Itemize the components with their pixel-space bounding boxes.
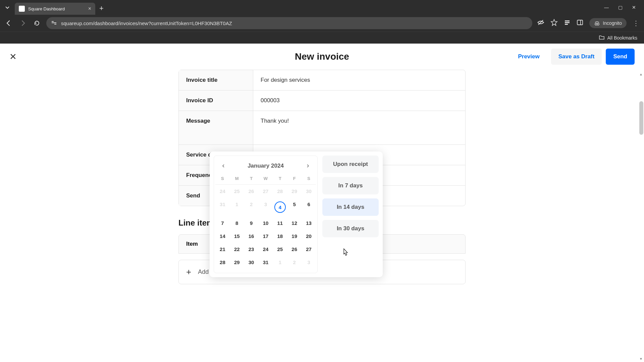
media-icon[interactable] — [564, 19, 571, 27]
calendar-day[interactable]: 7 — [215, 217, 230, 230]
bookmarks-bar: All Bookmarks — [0, 32, 644, 44]
calendar-day: 1 — [273, 256, 287, 269]
back-button[interactable] — [4, 18, 13, 28]
site-settings-icon[interactable] — [51, 20, 57, 27]
form-row: Invoice titleFor design services — [179, 70, 465, 90]
incognito-icon — [594, 20, 600, 26]
calendar-day[interactable]: 5 — [287, 198, 302, 217]
url-text: squareup.com/dashboard/invoices/new?curr… — [61, 20, 232, 26]
calendar-day[interactable]: 6 — [302, 198, 316, 217]
minimize-icon[interactable]: — — [604, 5, 609, 10]
svg-point-9 — [595, 23, 597, 25]
calendar-day[interactable]: 22 — [230, 243, 244, 256]
close-window-icon[interactable]: ✕ — [632, 5, 636, 10]
quick-date-option[interactable]: In 30 days — [322, 220, 379, 237]
calendar-dow: T — [273, 173, 287, 185]
url-input[interactable]: squareup.com/dashboard/invoices/new?curr… — [46, 17, 532, 29]
calendar-day[interactable]: 4 — [273, 198, 287, 217]
calendar-day: 29 — [287, 185, 302, 198]
field-value[interactable]: Thank you! — [253, 111, 465, 144]
calendar-day[interactable]: 25 — [273, 243, 287, 256]
preview-button[interactable]: Preview — [511, 49, 547, 65]
calendar-day[interactable]: 26 — [287, 243, 302, 256]
menu-icon[interactable]: ⋮ — [633, 19, 640, 27]
calendar-day[interactable]: 17 — [259, 230, 273, 243]
tab-close-icon[interactable]: × — [88, 6, 91, 12]
calendar-day[interactable]: 8 — [230, 217, 244, 230]
calendar-day[interactable]: 27 — [302, 243, 316, 256]
field-value[interactable]: 000003 — [253, 90, 465, 111]
calendar-day[interactable]: 19 — [287, 230, 302, 243]
calendar-day[interactable]: 24 — [259, 243, 273, 256]
calendar-day: 2 — [287, 256, 302, 269]
tab-search-icon[interactable] — [3, 3, 12, 12]
browser-tab[interactable]: Square Dashboard × — [15, 3, 95, 15]
calendar-day[interactable]: 15 — [230, 230, 244, 243]
calendar-day: 31 — [215, 198, 230, 217]
svg-rect-1 — [52, 22, 56, 23]
browser-chrome: Square Dashboard × + — ▢ ✕ squareup.com/… — [0, 0, 644, 44]
incognito-indicator[interactable]: Incognito — [589, 18, 627, 28]
forward-button — [18, 18, 28, 28]
calendar-day[interactable]: 14 — [215, 230, 230, 243]
calendar-day[interactable]: 12 — [287, 217, 302, 230]
calendar-day[interactable]: 28 — [215, 256, 230, 269]
quick-date-options: Upon receiptIn 7 daysIn 14 daysIn 30 day… — [318, 156, 379, 273]
calendar-dow: W — [259, 173, 273, 185]
calendar-day: 2 — [244, 198, 259, 217]
svg-rect-0 — [52, 21, 54, 22]
field-label: Invoice title — [179, 70, 253, 90]
bookmark-star-icon[interactable] — [550, 19, 558, 27]
quick-date-option[interactable]: Upon receipt — [322, 156, 379, 173]
date-picker-popover: January 2024 SMTWTFS 2425262728293031123… — [210, 152, 383, 277]
address-bar: squareup.com/dashboard/invoices/new?curr… — [0, 15, 644, 32]
calendar-day[interactable]: 9 — [244, 217, 259, 230]
next-month-button[interactable] — [304, 162, 312, 170]
svg-rect-5 — [565, 22, 570, 23]
scroll-up-icon[interactable]: ▲ — [639, 72, 643, 76]
quick-date-option[interactable]: In 7 days — [322, 177, 379, 194]
calendar-day[interactable]: 13 — [302, 217, 316, 230]
send-button[interactable]: Send — [606, 49, 635, 65]
sidepanel-icon[interactable] — [577, 19, 583, 27]
svg-point-10 — [597, 23, 599, 25]
calendar-day[interactable]: 11 — [273, 217, 287, 230]
quick-date-option[interactable]: In 14 days — [322, 198, 379, 216]
calendar-day[interactable]: 20 — [302, 230, 316, 243]
folder-icon — [599, 34, 605, 41]
calendar-dow: S — [302, 173, 316, 185]
scrollbar-thumb[interactable] — [639, 101, 643, 135]
svg-rect-2 — [54, 24, 56, 24]
save-draft-button[interactable]: Save as Draft — [551, 49, 602, 65]
calendar-day[interactable]: 16 — [244, 230, 259, 243]
calendar-day: 1 — [230, 198, 244, 217]
calendar-day[interactable]: 30 — [244, 256, 259, 269]
all-bookmarks-button[interactable]: All Bookmarks — [607, 35, 637, 41]
calendar-day[interactable]: 10 — [259, 217, 273, 230]
page-header: ✕ New invoice Preview Save as Draft Send — [0, 44, 644, 70]
reload-button[interactable] — [32, 18, 42, 28]
svg-rect-6 — [565, 24, 568, 25]
calendar-day[interactable]: 23 — [244, 243, 259, 256]
svg-rect-7 — [577, 20, 583, 25]
calendar-day[interactable]: 31 — [259, 256, 273, 269]
calendar-dow: F — [287, 173, 302, 185]
scroll-down-icon[interactable]: ▼ — [639, 357, 643, 361]
calendar-day[interactable]: 18 — [273, 230, 287, 243]
plus-icon: + — [186, 267, 191, 277]
new-tab-button[interactable]: + — [99, 4, 104, 13]
prev-month-button[interactable] — [219, 162, 227, 170]
eye-off-icon[interactable] — [537, 19, 544, 27]
field-label: Message — [179, 111, 253, 144]
calendar-day: 25 — [230, 185, 244, 198]
calendar-day[interactable]: 29 — [230, 256, 244, 269]
field-value[interactable]: For design services — [253, 70, 465, 90]
maximize-icon[interactable]: ▢ — [618, 5, 623, 10]
form-row: MessageThank you! — [179, 111, 465, 145]
calendar-dow: S — [215, 173, 230, 185]
calendar-day[interactable]: 21 — [215, 243, 230, 256]
tab-bar: Square Dashboard × + — ▢ ✕ — [0, 0, 644, 15]
close-button[interactable]: ✕ — [9, 52, 17, 62]
page-title: New invoice — [295, 51, 349, 62]
calendar-day: 24 — [215, 185, 230, 198]
